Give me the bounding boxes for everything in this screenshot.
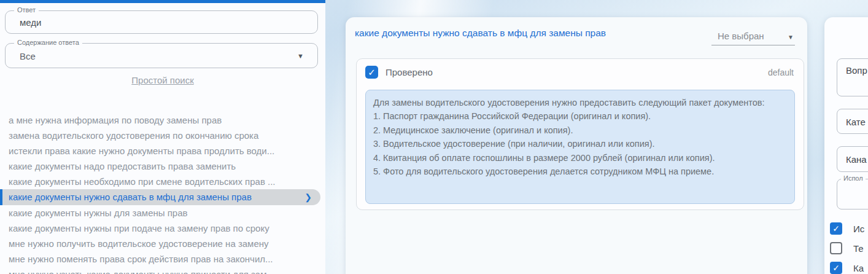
selected-indicator-bar [0,189,2,205]
list-item[interactable]: мне нужно получить водительское удостове… [0,236,325,251]
checkmark-icon: ✓ [832,224,840,233]
answer-content-select[interactable]: Содержание ответа Все ▼ [5,43,318,68]
verified-checkbox[interactable]: ✓ [365,66,378,79]
simple-search-link[interactable]: Простой поиск [131,75,193,85]
answer-search-field[interactable]: Ответ [5,10,318,34]
chevron-right-icon: ❯ [304,189,312,205]
list-item[interactable]: замена водительского удостоверения по ок… [0,128,325,143]
usage-field[interactable] [837,179,868,209]
list-item[interactable]: а мне нужна информация по поводу замены … [0,112,325,128]
form-checkbox-3[interactable]: ✓ [830,262,842,274]
checkmark-icon: ✓ [368,67,376,77]
form-checkbox-2[interactable] [830,242,842,254]
answer-card: ✓ Проверено default Для замены водительс… [356,58,804,210]
status-select[interactable]: Не выбран ▼ [711,29,795,45]
form-checkbox-2-label: Те [853,243,864,254]
checkmark-icon: ✓ [832,263,840,273]
accent-top-bar [0,0,325,3]
verified-checkbox-label: Проверено [386,67,433,77]
content-field-label: Содержание ответа [14,39,82,46]
question-results-list: а мне нужна информация по поводу замены … [0,112,325,274]
form-checkbox-1[interactable]: ✓ [830,222,842,235]
channel-field[interactable]: Кана [837,146,868,172]
list-item[interactable]: мне нужно узнать какие документы нужно п… [0,267,325,274]
search-sidebar: Ответ Содержание ответа Все ▼ Простой по… [0,0,325,274]
form-checkbox-1-label: Ис [853,224,864,234]
list-item[interactable]: истекли права какие нужно документы прав… [0,143,325,159]
selected-item-label: какие документы нужно сдавать в мфц для … [9,192,252,202]
answer-field-label: Ответ [14,6,39,14]
default-badge: default [768,68,794,77]
content-select-value: Все [20,50,36,61]
chevron-down-icon: ▼ [788,34,794,41]
answer-text-box: Для замены водительского удостоверения н… [365,90,795,204]
list-item[interactable]: мне нужно поменять права срок действия п… [0,251,325,267]
category-field[interactable]: Кате [837,109,868,134]
question-detail-panel: какие документы нужно сдавать в мфц для … [346,17,807,274]
list-item[interactable]: какие документы нужны при подаче на заме… [0,221,325,236]
list-item[interactable]: какие документы надо предоставить права … [0,159,325,174]
chevron-down-icon: ▼ [297,52,304,60]
list-item[interactable]: какие документы необходимо при смене вод… [0,174,325,189]
answer-search-input[interactable] [6,11,317,33]
question-field[interactable]: Вопр [837,58,868,96]
question-title: какие документы нужно сдавать в мфц для … [355,28,606,39]
usage-field-label: Испол [841,174,866,182]
simple-search-link-wrap: Простой поиск [0,75,325,85]
list-item[interactable]: какие документы нужны для замены прав [0,205,325,221]
list-item-selected[interactable]: какие документы нужно сдавать в мфц для … [0,189,320,205]
status-select-value: Не выбран [718,31,764,41]
form-checkbox-3-label: Ка [853,263,864,273]
edit-form-panel: Вопр Кате Кана Испол ✓ Ис Те ✓ Ка [824,17,868,274]
